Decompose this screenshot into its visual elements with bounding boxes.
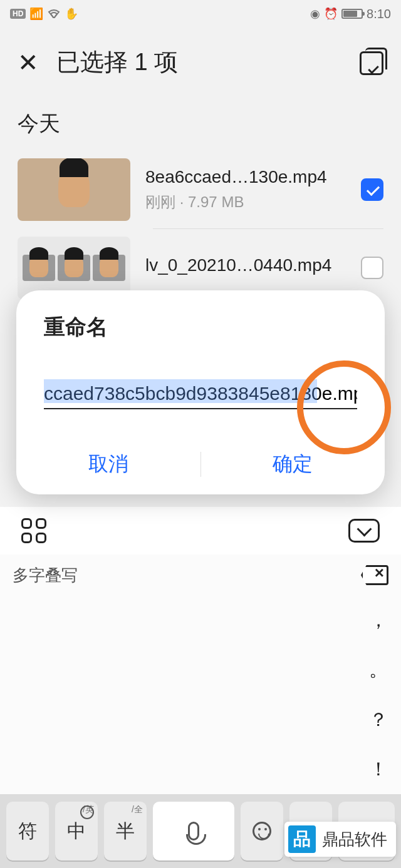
file-info: 8ea6ccaed…130e.mp4 刚刚 · 7.97 MB bbox=[145, 167, 346, 212]
backspace-button[interactable] bbox=[361, 565, 388, 585]
file-meta: 刚刚 · 7.97 MB bbox=[145, 192, 346, 212]
watermark-text: 鼎品软件 bbox=[322, 829, 387, 850]
space-key[interactable] bbox=[153, 802, 234, 860]
emoji-key[interactable] bbox=[241, 802, 283, 860]
file-info: lv_0_20210…0440.mp4 bbox=[145, 255, 346, 280]
confirm-button[interactable]: 确定 bbox=[201, 451, 385, 478]
status-time: 8:10 bbox=[367, 7, 391, 21]
video-thumbnail bbox=[18, 237, 130, 299]
rename-dialog: 重命名 取消 确定 bbox=[16, 290, 385, 494]
watermark: 品 鼎品软件 bbox=[284, 822, 396, 857]
battery-icon bbox=[341, 9, 363, 19]
page-title: 已选择 1 项 bbox=[56, 46, 341, 78]
dialog-actions: 取消 确定 bbox=[16, 434, 385, 494]
emoji-icon bbox=[253, 822, 271, 840]
cancel-button[interactable]: 取消 bbox=[16, 451, 200, 478]
close-button[interactable]: ✕ bbox=[18, 48, 39, 77]
eye-icon: ◉ bbox=[310, 7, 320, 21]
header: ✕ 已选择 1 项 bbox=[0, 28, 401, 84]
file-checkbox[interactable] bbox=[361, 178, 383, 201]
hd-icon: HD bbox=[10, 9, 26, 19]
exclaim-key[interactable]: ！ bbox=[369, 757, 388, 782]
video-thumbnail bbox=[18, 158, 130, 221]
rename-input[interactable] bbox=[44, 379, 357, 409]
collapse-keyboard-button[interactable] bbox=[348, 519, 380, 543]
file-name: 8ea6ccaed…130e.mp4 bbox=[145, 167, 346, 187]
globe-icon bbox=[80, 805, 94, 819]
comma-key[interactable]: ， bbox=[369, 608, 388, 633]
dialog-title: 重命名 bbox=[16, 313, 385, 342]
period-key[interactable]: 。 bbox=[369, 657, 388, 683]
width-key[interactable]: 半 /全 bbox=[104, 802, 147, 860]
section-heading: 今天 bbox=[0, 84, 401, 151]
file-row[interactable]: 8ea6ccaed…130e.mp4 刚刚 · 7.97 MB bbox=[0, 151, 401, 228]
file-checkbox[interactable] bbox=[361, 257, 383, 279]
handwriting-area[interactable]: 多字叠写 ， 。 ？ ！ bbox=[0, 554, 401, 794]
select-all-button[interactable] bbox=[358, 50, 383, 75]
keyboard-toolbar bbox=[0, 507, 401, 554]
signal-icon: 📶 bbox=[29, 7, 43, 21]
punctuation-column: ， 。 ？ ！ bbox=[356, 596, 401, 794]
watermark-logo: 品 bbox=[288, 825, 316, 853]
handwriting-header: 多字叠写 bbox=[0, 554, 401, 596]
wifi-icon bbox=[47, 7, 61, 21]
language-key[interactable]: 中 /英 bbox=[55, 802, 98, 860]
alarm-icon: ⏰ bbox=[324, 7, 338, 21]
file-name: lv_0_20210…0440.mp4 bbox=[145, 255, 346, 275]
status-bar: HD 📶 ✋ ◉ ⏰ 8:10 bbox=[0, 0, 401, 28]
symbol-key[interactable]: 符 bbox=[6, 802, 49, 860]
status-left: HD 📶 ✋ bbox=[10, 7, 78, 21]
question-key[interactable]: ？ bbox=[369, 707, 388, 733]
keyboard-menu-icon[interactable] bbox=[21, 518, 46, 543]
handwriting-mode-label: 多字叠写 bbox=[13, 564, 78, 586]
status-right: ◉ ⏰ 8:10 bbox=[310, 7, 391, 21]
hand-icon: ✋ bbox=[65, 7, 78, 21]
microphone-icon bbox=[188, 822, 199, 840]
